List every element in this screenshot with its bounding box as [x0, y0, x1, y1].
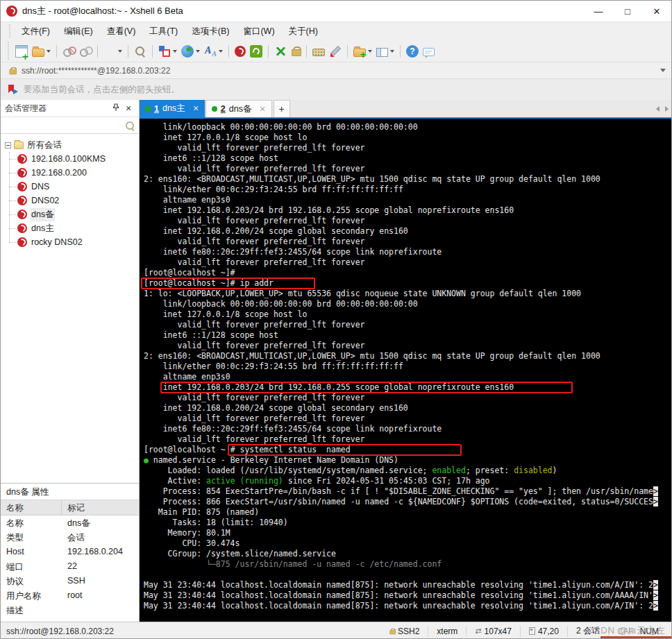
xftp-button[interactable]: [248, 43, 264, 60]
help-icon: [406, 45, 419, 58]
terminal-line: └─875 /usr/sbin/named -u named -c /etc/n…: [144, 559, 671, 570]
menu-tabs[interactable]: 选项卡(B): [185, 23, 236, 40]
panel-close-icon[interactable]: ✕: [122, 104, 135, 113]
dropdown-caret-icon[interactable]: [368, 50, 372, 53]
menu-about[interactable]: 关于(H): [282, 23, 325, 40]
terminal-line: link/ether 00:0c:29:f3:24:55 brd ff:ff:f…: [144, 361, 671, 372]
terminal-line: valid_lft forever preferred_lft forever: [144, 393, 671, 403]
session-manager-panel: 会话管理器 ✕ 所有会话 192.168.0.100KMS192.168.0.2…: [1, 100, 140, 622]
address-dropdown-icon[interactable]: [660, 69, 666, 72]
tab-close-icon[interactable]: ✕: [193, 104, 199, 113]
disconnect-button[interactable]: [60, 43, 77, 60]
menu-window[interactable]: 窗口(W): [236, 23, 281, 40]
find-button[interactable]: [132, 43, 149, 60]
session-item[interactable]: dns主: [3, 221, 139, 235]
tab-scroll-left-icon[interactable]: [656, 106, 660, 112]
dropdown-caret-icon[interactable]: [196, 50, 200, 53]
info-text: 要添加当前会话，点击左侧的箭头按钮。: [24, 84, 180, 96]
fullscreen-icon: [274, 45, 287, 58]
layout-icon: [376, 48, 388, 57]
session-item[interactable]: DNS02: [3, 194, 139, 207]
message-button[interactable]: [421, 43, 437, 60]
toolbar-separator: [152, 45, 153, 58]
property-label: 描述: [1, 603, 62, 617]
tab-bar: + 1dns主✕2dns备✕: [140, 100, 671, 117]
dropdown-caret-icon[interactable]: [47, 50, 51, 53]
session-search[interactable]: [1, 117, 139, 134]
status-label: 107x47: [485, 627, 512, 636]
session-icon: [17, 223, 27, 233]
menu-edit[interactable]: 编辑(E): [57, 23, 100, 40]
dropdown-caret-icon[interactable]: [173, 50, 177, 53]
session-item[interactable]: DNS: [3, 180, 139, 194]
new-tab-button[interactable]: +: [274, 100, 290, 117]
menu-tools[interactable]: 工具(T): [142, 23, 185, 40]
xshell-icon: [235, 46, 246, 57]
session-icon: [17, 154, 27, 164]
new-file-button[interactable]: [351, 43, 374, 60]
tab-close-icon[interactable]: ✕: [259, 105, 265, 114]
keyboard-button[interactable]: [310, 43, 327, 60]
help-button[interactable]: [404, 43, 421, 60]
dropdown-caret-icon[interactable]: [390, 50, 394, 53]
terminal-line: valid_lft forever preferred_lft forever: [144, 341, 671, 351]
terminal-line: CGroup: /system.slice/named.service: [144, 549, 671, 559]
fullscreen-button[interactable]: [272, 43, 289, 60]
properties-col-value: 标记: [62, 500, 139, 515]
session-item[interactable]: 192.168.0.100KMS: [3, 152, 139, 166]
session-properties-button[interactable]: [101, 43, 124, 60]
lock-button[interactable]: [289, 43, 303, 60]
maximize-button[interactable]: □: [613, 1, 642, 22]
new-session-button[interactable]: [13, 43, 30, 60]
property-label: 名称: [1, 516, 62, 530]
tab-dns主[interactable]: 1dns主✕: [140, 100, 205, 117]
terminal-line: Loaded: loaded (/usr/lib/systemd/system/…: [144, 466, 671, 476]
tab-dns备[interactable]: 2dns备✕: [205, 100, 272, 117]
folder-icon: [14, 142, 24, 149]
address-bar[interactable]: ssh://root:************@192.168.0.203:22: [1, 62, 671, 78]
close-button[interactable]: ✕: [642, 1, 671, 22]
highlight-button[interactable]: [327, 43, 344, 60]
collapse-toggle-icon[interactable]: [5, 142, 11, 148]
terminal-line: valid_lft forever preferred_lft forever: [144, 257, 671, 268]
add-session-icon[interactable]: [8, 84, 19, 95]
session-label: DNS: [31, 182, 49, 191]
terminal-line: valid_lft forever preferred_lft forever: [144, 164, 671, 174]
pin-icon[interactable]: [110, 103, 122, 113]
session-item[interactable]: rocky DNS02: [3, 235, 139, 249]
open-folder-button[interactable]: [30, 43, 53, 60]
new-file-icon: [353, 49, 366, 57]
disconnect-icon: [62, 45, 75, 58]
session-label: dns备: [31, 209, 54, 221]
menu-view[interactable]: 查看(V): [100, 23, 143, 40]
terminal-line: inet6 ::1/128 scope host: [144, 330, 671, 341]
terminal-line: Process: 854 ExecStartPre=/bin/bash -c i…: [144, 486, 671, 497]
property-label: 用户名称: [1, 588, 62, 603]
session-item[interactable]: dns备: [3, 207, 139, 221]
globe-button[interactable]: [179, 43, 202, 60]
connected-dot-icon: [212, 106, 217, 112]
font-button[interactable]: [202, 43, 225, 60]
terminal[interactable]: link/loopback 00:00:00:00:00:00 brd 00:0…: [140, 119, 671, 622]
dropdown-caret-icon[interactable]: [118, 50, 122, 53]
session-manager-title: 会话管理器: [5, 103, 110, 114]
reconnect-button[interactable]: [77, 43, 94, 60]
address-url[interactable]: ssh://root:************@192.168.0.203:22: [22, 66, 660, 76]
search-icon[interactable]: [125, 121, 135, 130]
session-icon: [17, 210, 27, 219]
menu-file[interactable]: 文件(F): [15, 23, 57, 40]
minimize-button[interactable]: —: [584, 1, 613, 22]
terminal-line: link/loopback 00:00:00:00:00:00 brd 00:0…: [144, 299, 671, 309]
status-item: 2 会话: [567, 626, 608, 637]
dropdown-caret-icon[interactable]: [219, 50, 223, 53]
session-item[interactable]: 192.168.0.200: [3, 166, 139, 180]
compose-button[interactable]: [156, 43, 179, 60]
layout-button[interactable]: [374, 43, 396, 60]
xshell-button[interactable]: [233, 43, 248, 60]
property-value: [62, 603, 139, 617]
session-tree-root[interactable]: 所有会话: [3, 138, 139, 152]
xshell-logo-icon: [6, 6, 17, 17]
lock-icon: [9, 67, 17, 75]
tab-scroll-right-icon[interactable]: [665, 106, 669, 112]
session-icon: [17, 182, 27, 191]
